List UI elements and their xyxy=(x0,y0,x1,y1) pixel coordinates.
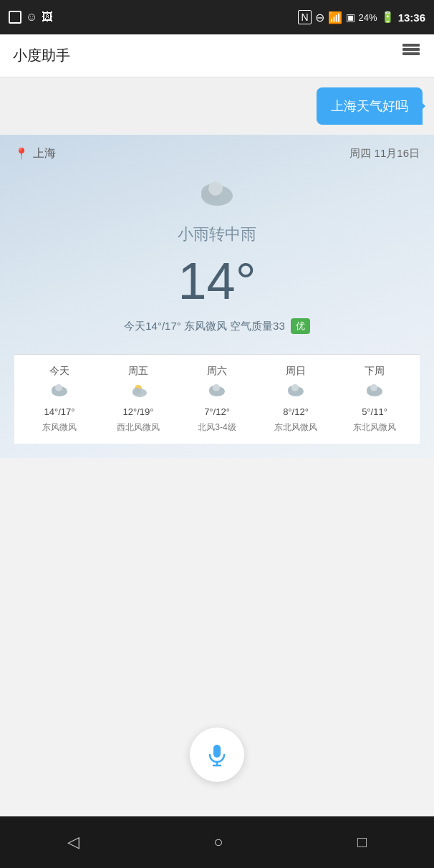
forecast-day-2: 周六 7°/12° 北风3-4级 xyxy=(178,365,256,434)
nfc-icon: N xyxy=(298,10,311,24)
date-info: 周四 11月16日 xyxy=(349,147,420,161)
clock: 13:36 xyxy=(398,11,425,24)
quality-badge: 优 xyxy=(291,318,310,334)
bottom-nav: ◁ ○ □ xyxy=(0,816,434,868)
forecast-temp-0: 14°/17° xyxy=(44,406,75,417)
forecast-icon-3 xyxy=(286,382,306,402)
status-right-icons: N ⊖ 📶 ▣ 24% 🔋 13:36 xyxy=(298,10,425,24)
weather-detail-line: 今天14°/17° 东风微风 空气质量33 优 xyxy=(14,318,420,334)
mic-area xyxy=(190,728,244,782)
app-title: 小度助手 xyxy=(13,46,70,65)
status-bar: ☺ 🖼 N ⊖ 📶 ▣ 24% 🔋 13:36 xyxy=(0,0,434,34)
forecast-icon-0 xyxy=(49,382,69,402)
mic-icon xyxy=(205,743,229,767)
home-button[interactable]: ○ xyxy=(199,826,237,859)
image-icon: 🖼 xyxy=(42,11,53,24)
weather-desc: 小雨转中雨 xyxy=(14,224,420,245)
battery-percent: 24% xyxy=(359,12,377,23)
forecast-label-2: 周六 xyxy=(207,365,227,378)
wifi-icon: 📶 xyxy=(328,11,342,24)
temperature-big: 14° xyxy=(14,255,420,307)
svg-point-5 xyxy=(208,181,223,196)
forecast-wind-0: 东风微风 xyxy=(42,421,77,434)
battery-icon: 🔋 xyxy=(381,11,395,24)
chat-area: 上海天气好吗 xyxy=(0,77,434,135)
weather-card: 📍 上海 周四 11月16日 小雨转中雨 14° 今天14°/17° 东风微风 … xyxy=(0,135,434,458)
emoji-icon: ☺ xyxy=(26,11,37,24)
forecast-label-3: 周日 xyxy=(286,365,306,378)
forecast-wind-2: 北风3-4级 xyxy=(198,421,236,434)
forecast-day-4: 下周 5°/11° 东北风微风 xyxy=(335,365,414,434)
forecast-day-1: 周五 12°/19° 西北风微风 xyxy=(99,365,178,434)
weather-icon-large xyxy=(14,176,420,219)
main-content xyxy=(0,458,434,601)
svg-point-14 xyxy=(213,384,220,391)
screen-icon xyxy=(9,11,21,24)
forecast-icon-4 xyxy=(365,382,385,402)
location: 📍 上海 xyxy=(14,146,56,161)
location-name: 上海 xyxy=(33,146,56,161)
svg-point-17 xyxy=(291,384,299,391)
forecast-wind-1: 西北风微风 xyxy=(117,421,160,434)
recent-button[interactable]: □ xyxy=(343,826,381,859)
svg-point-8 xyxy=(55,384,62,391)
forecast-day-3: 周日 8°/12° 东北风微风 xyxy=(256,365,335,434)
forecast-row: 今天 14°/17° 东风微风 周五 12°/19° 西北 xyxy=(14,354,420,444)
forecast-day-0: 今天 14°/17° 东风微风 xyxy=(20,365,99,434)
forecast-label-4: 下周 xyxy=(365,365,385,378)
svg-rect-1 xyxy=(402,48,420,51)
forecast-label-0: 今天 xyxy=(49,365,69,378)
svg-point-11 xyxy=(132,388,141,395)
forecast-temp-3: 8°/12° xyxy=(283,406,309,417)
weather-main: 小雨转中雨 14° 今天14°/17° 东风微风 空气质量33 优 xyxy=(14,168,420,351)
signal-icon: ▣ xyxy=(346,11,355,23)
chat-bubble: 上海天气好吗 xyxy=(317,87,423,125)
forecast-temp-1: 12°/19° xyxy=(123,406,154,417)
status-left-icons: ☺ 🖼 xyxy=(9,11,53,24)
back-button[interactable]: ◁ xyxy=(53,826,94,859)
svg-rect-2 xyxy=(402,52,420,55)
layers-icon[interactable] xyxy=(401,44,421,68)
forecast-label-1: 周五 xyxy=(128,365,148,378)
forecast-icon-2 xyxy=(207,382,227,402)
weather-header: 📍 上海 周四 11月16日 xyxy=(14,146,420,161)
svg-point-20 xyxy=(370,384,377,391)
forecast-wind-4: 东北风微风 xyxy=(353,421,396,434)
forecast-temp-2: 7°/12° xyxy=(204,406,230,417)
location-icon: 📍 xyxy=(14,147,29,161)
detail-text: 今天14°/17° 东风微风 空气质量33 xyxy=(124,320,285,333)
svg-rect-0 xyxy=(402,44,420,47)
app-header: 小度助手 xyxy=(0,34,434,77)
forecast-temp-4: 5°/11° xyxy=(362,406,387,417)
forecast-wind-3: 东北风微风 xyxy=(274,421,317,434)
forecast-icon-1 xyxy=(128,382,148,402)
mic-button[interactable] xyxy=(190,728,244,782)
svg-rect-21 xyxy=(213,745,221,758)
dnd-icon: ⊖ xyxy=(315,11,324,24)
